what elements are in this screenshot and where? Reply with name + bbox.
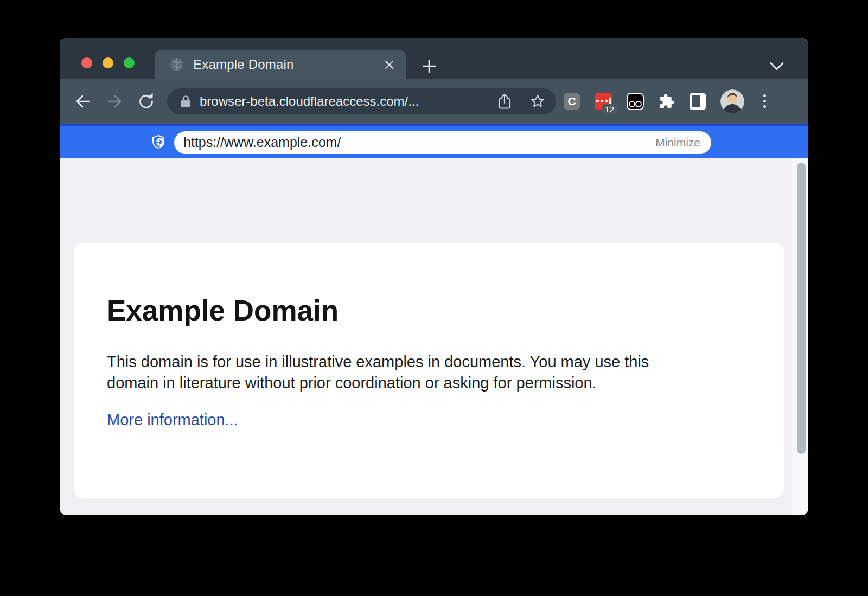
extension-goggles-icon[interactable] bbox=[627, 93, 644, 110]
tab-title: Example Domain bbox=[193, 57, 406, 72]
extension-c-label: C bbox=[567, 95, 576, 108]
extensions-puzzle-icon[interactable] bbox=[659, 93, 675, 110]
forward-button[interactable] bbox=[105, 92, 124, 111]
page-paragraph: This domain is for use in illustrative e… bbox=[107, 351, 784, 393]
extension-badge: 12 bbox=[602, 104, 617, 114]
page-content: Example Domain This domain is for use in… bbox=[60, 158, 808, 515]
extensions-area: C 12 bbox=[564, 89, 770, 113]
close-window-button[interactable] bbox=[81, 57, 92, 68]
remote-url-text: https://www.example.com/ bbox=[183, 134, 341, 150]
browser-toolbar: browser-beta.cloudflareaccess.com/... C … bbox=[60, 79, 808, 124]
share-icon[interactable] bbox=[497, 93, 512, 110]
paragraph-line-2: domain in literature without prior coord… bbox=[107, 373, 784, 394]
omnibox[interactable]: browser-beta.cloudflareaccess.com/... bbox=[167, 88, 556, 114]
reload-button[interactable] bbox=[137, 92, 155, 111]
paragraph-line-1: This domain is for use in illustrative e… bbox=[107, 351, 784, 373]
chevron-down-icon[interactable] bbox=[769, 62, 784, 71]
page-title: Example Domain bbox=[107, 294, 784, 327]
profile-avatar[interactable] bbox=[720, 89, 744, 113]
browser-menu-icon[interactable] bbox=[759, 93, 770, 110]
globe-favicon-icon bbox=[170, 57, 184, 72]
side-panel-icon[interactable] bbox=[690, 93, 706, 110]
shield-arrow-icon bbox=[152, 134, 167, 151]
avatar-photo bbox=[720, 89, 744, 113]
tab-strip: Example Domain bbox=[60, 38, 808, 79]
back-button[interactable] bbox=[74, 92, 92, 111]
scrollbar-thumb[interactable] bbox=[797, 163, 806, 454]
tab-close-icon[interactable] bbox=[385, 60, 394, 69]
remote-browser-bar: https://www.example.com/ Minimize bbox=[60, 124, 808, 158]
extension-c-icon[interactable]: C bbox=[564, 93, 580, 110]
new-tab-button[interactable] bbox=[421, 58, 437, 74]
omnibox-url-text: browser-beta.cloudflareaccess.com/... bbox=[200, 94, 497, 109]
bookmark-star-icon[interactable] bbox=[530, 94, 545, 109]
example-domain-card: Example Domain This domain is for use in… bbox=[74, 243, 784, 498]
traffic-lights bbox=[81, 57, 135, 68]
ellipsis-dots-icon bbox=[596, 98, 611, 104]
lock-icon[interactable] bbox=[180, 95, 192, 108]
browser-window: Example Domain browser-b bbox=[60, 38, 808, 515]
more-information-link[interactable]: More information... bbox=[107, 411, 238, 429]
minimize-window-button[interactable] bbox=[103, 57, 113, 68]
remote-url-input[interactable]: https://www.example.com/ Minimize bbox=[174, 131, 711, 154]
fullscreen-window-button[interactable] bbox=[124, 57, 135, 68]
minimize-button[interactable]: Minimize bbox=[655, 136, 700, 149]
browser-tab[interactable]: Example Domain bbox=[155, 50, 406, 79]
extension-password-icon[interactable]: 12 bbox=[595, 93, 612, 110]
